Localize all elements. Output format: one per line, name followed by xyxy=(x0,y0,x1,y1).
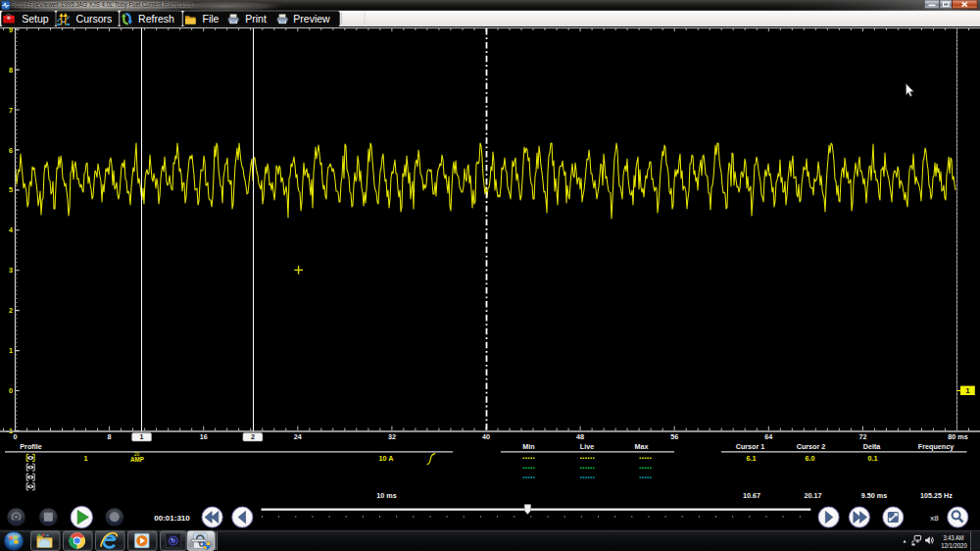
svg-text:56: 56 xyxy=(670,432,678,441)
svg-text:72: 72 xyxy=(858,432,866,441)
svg-text:Cursor 1: Cursor 1 xyxy=(736,442,765,451)
svg-text:Refresh: Refresh xyxy=(138,13,174,25)
svg-text:Preview: Preview xyxy=(293,13,330,25)
svg-text:20.17: 20.17 xyxy=(805,491,822,500)
svg-text:1: 1 xyxy=(9,346,13,355)
svg-text:7: 7 xyxy=(9,106,13,115)
svg-text:1995 JAG XJS 4.0L Toby Fuel Cu: 1995 JAG XJS 4.0L Toby Fuel Current Ramp… xyxy=(61,1,192,9)
svg-text:Min: Min xyxy=(522,442,534,451)
svg-text:8: 8 xyxy=(108,432,112,441)
svg-text:Cursor 2: Cursor 2 xyxy=(797,442,826,451)
svg-text:0: 0 xyxy=(9,386,13,395)
svg-text:x8: x8 xyxy=(930,514,939,523)
svg-text:64: 64 xyxy=(764,432,772,441)
svg-text:Profile: Profile xyxy=(20,442,41,451)
svg-text:1: 1 xyxy=(965,386,970,395)
svg-text:32: 32 xyxy=(388,432,396,441)
svg-text:16: 16 xyxy=(200,432,208,441)
svg-text:0.1: 0.1 xyxy=(868,454,878,463)
svg-text:5: 5 xyxy=(9,185,13,194)
svg-text:6: 6 xyxy=(9,146,13,155)
svg-text:9: 9 xyxy=(9,25,13,34)
svg-text:1: 1 xyxy=(140,432,144,441)
svg-text:9.50 ms: 9.50 ms xyxy=(861,491,887,500)
svg-text:Cursors: Cursors xyxy=(76,13,113,25)
svg-text:40: 40 xyxy=(482,432,490,441)
svg-text:Print: Print xyxy=(245,13,267,25)
svg-text:2: 2 xyxy=(9,306,13,315)
svg-text:10.67: 10.67 xyxy=(743,491,760,500)
svg-text:48: 48 xyxy=(576,432,584,441)
svg-text:2: 2 xyxy=(251,432,255,441)
svg-text:105.25 Hz: 105.25 Hz xyxy=(920,491,953,500)
svg-text:File: File xyxy=(203,13,220,25)
svg-text:6.0: 6.0 xyxy=(806,454,815,463)
svg-text:ScopeFileViewer: ScopeFileViewer xyxy=(12,1,60,9)
svg-text:Max: Max xyxy=(635,442,649,451)
svg-text:Frequency: Frequency xyxy=(918,442,954,451)
svg-text:10 A: 10 A xyxy=(379,454,394,463)
svg-text:24: 24 xyxy=(294,432,302,441)
svg-text:0: 0 xyxy=(14,432,18,441)
svg-text:Setup: Setup xyxy=(22,13,49,25)
svg-text:Delta: Delta xyxy=(863,442,882,451)
svg-text:1: 1 xyxy=(84,454,88,463)
svg-text:3: 3 xyxy=(9,266,13,275)
svg-text:AMP: AMP xyxy=(130,456,144,463)
svg-text:12/1/2020: 12/1/2020 xyxy=(941,542,967,549)
svg-text:4: 4 xyxy=(9,225,13,234)
svg-text:10 ms: 10 ms xyxy=(376,491,396,500)
svg-text:3:43 AM: 3:43 AM xyxy=(944,534,964,541)
svg-text:00:01:310: 00:01:310 xyxy=(154,514,190,523)
svg-text:6.1: 6.1 xyxy=(747,454,757,463)
svg-text:Live: Live xyxy=(580,442,594,451)
svg-text:80 ms: 80 ms xyxy=(948,432,967,441)
svg-text:8: 8 xyxy=(9,66,13,75)
